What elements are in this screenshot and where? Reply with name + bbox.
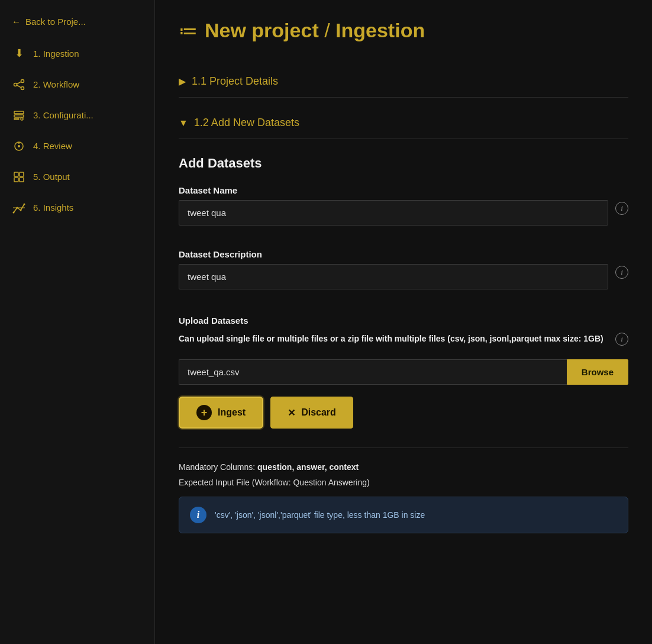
sidebar-item-label: 2. Workflow bbox=[33, 79, 79, 91]
action-buttons: + Ingest ✕ Discard bbox=[179, 397, 628, 429]
sidebar-item-label: 6. Insights bbox=[33, 202, 73, 214]
sidebar-item-workflow[interactable]: 2. Workflow bbox=[0, 69, 154, 100]
dataset-name-info-icon[interactable]: i bbox=[615, 202, 628, 215]
sidebar-item-ingestion[interactable]: ⬇ 1. Ingestion bbox=[0, 38, 154, 69]
sidebar-item-output[interactable]: 5. Output bbox=[0, 162, 154, 192]
discard-x-icon: ✕ bbox=[288, 407, 295, 418]
section-name: Ingestion bbox=[335, 19, 425, 41]
svg-rect-6 bbox=[14, 115, 24, 117]
sidebar-item-configuration[interactable]: 3. Configurati... bbox=[0, 100, 154, 131]
sidebar-item-insights[interactable]: 6. Insights bbox=[0, 192, 154, 223]
expected-input: Expected Input File (Workflow: Question … bbox=[179, 478, 628, 487]
ingestion-icon: ⬇ bbox=[12, 47, 26, 61]
sidebar-item-review[interactable]: 4. Review bbox=[0, 131, 154, 162]
sidebar-item-label: 3. Configurati... bbox=[33, 110, 93, 121]
sidebar: ← Back to Proje... ⬇ 1. Ingestion 2. Wor… bbox=[0, 0, 155, 644]
svg-point-8 bbox=[21, 118, 23, 120]
back-arrow-icon: ← bbox=[12, 17, 21, 27]
upload-description-text: Can upload single file or multiple files… bbox=[179, 333, 603, 345]
svg-rect-14 bbox=[14, 178, 18, 182]
add-datasets-form: Add Datasets Dataset Name i Dataset Desc… bbox=[179, 144, 628, 545]
discard-button[interactable]: ✕ Discard bbox=[270, 397, 353, 429]
sidebar-item-label: 1. Ingestion bbox=[33, 48, 79, 60]
back-label: Back to Proje... bbox=[25, 17, 86, 27]
svg-point-23 bbox=[24, 204, 25, 205]
dataset-description-input[interactable] bbox=[179, 264, 608, 289]
svg-point-10 bbox=[18, 145, 20, 147]
section-add-datasets-title: 1.2 Add New Datasets bbox=[194, 117, 299, 129]
insights-icon bbox=[12, 201, 26, 215]
header-icon: ≔ bbox=[179, 20, 198, 42]
file-path-input[interactable] bbox=[179, 359, 567, 385]
upload-description: Can upload single file or multiple files… bbox=[179, 333, 608, 345]
project-name: New project bbox=[205, 19, 319, 41]
ingest-plus-icon: + bbox=[196, 405, 212, 420]
svg-point-20 bbox=[13, 212, 15, 214]
output-icon bbox=[12, 170, 26, 184]
browse-button[interactable]: Browse bbox=[567, 359, 628, 385]
workflow-icon bbox=[12, 78, 26, 92]
ingest-label: Ingest bbox=[218, 407, 246, 418]
chevron-down-icon: ▼ bbox=[179, 118, 188, 128]
svg-point-21 bbox=[17, 207, 18, 209]
info-box: i 'csv', 'json', 'jsonl','parquet' file … bbox=[179, 497, 628, 533]
svg-point-22 bbox=[20, 210, 22, 211]
upload-input-row: Browse bbox=[179, 359, 628, 385]
svg-rect-12 bbox=[14, 172, 18, 176]
svg-rect-13 bbox=[20, 172, 24, 176]
section-project-details[interactable]: ▶ 1.1 Project Details bbox=[179, 66, 628, 98]
page-title: New project / Ingestion bbox=[205, 19, 425, 42]
mandatory-columns: Mandatory Columns: question, answer, con… bbox=[179, 462, 628, 472]
svg-point-1 bbox=[21, 80, 24, 83]
svg-line-18 bbox=[21, 204, 24, 210]
sidebar-item-label: 4. Review bbox=[33, 140, 72, 152]
svg-point-2 bbox=[21, 87, 24, 90]
mandatory-columns-values: question, answer, context bbox=[257, 462, 359, 472]
svg-rect-5 bbox=[14, 111, 24, 114]
svg-point-0 bbox=[14, 83, 17, 86]
dataset-name-input[interactable] bbox=[179, 200, 608, 226]
config-icon bbox=[12, 108, 26, 123]
svg-line-16 bbox=[14, 208, 17, 212]
dataset-description-label: Dataset Description bbox=[179, 249, 262, 259]
info-box-text: 'csv', 'json', 'jsonl','parquet' file ty… bbox=[215, 510, 425, 520]
svg-line-3 bbox=[17, 82, 21, 84]
form-title: Add Datasets bbox=[179, 156, 628, 171]
separator: / bbox=[319, 19, 335, 41]
section-project-details-title: 1.1 Project Details bbox=[192, 75, 278, 88]
sidebar-item-label: 5. Output bbox=[33, 171, 70, 183]
upload-info-icon[interactable]: i bbox=[615, 333, 628, 346]
dataset-description-info-icon[interactable]: i bbox=[615, 266, 628, 279]
section-divider bbox=[179, 447, 628, 448]
main-content: ≔ New project / Ingestion ▶ 1.1 Project … bbox=[155, 0, 652, 644]
info-box-icon: i bbox=[190, 507, 206, 523]
review-icon bbox=[12, 139, 26, 153]
section-add-datasets[interactable]: ▼ 1.2 Add New Datasets bbox=[179, 107, 628, 139]
ingest-button[interactable]: + Ingest bbox=[179, 397, 263, 429]
dataset-name-label: Dataset Name bbox=[179, 185, 237, 195]
svg-line-4 bbox=[17, 85, 21, 88]
svg-rect-15 bbox=[20, 178, 24, 182]
chevron-right-icon: ▶ bbox=[179, 76, 186, 87]
mandatory-prefix: Mandatory Columns: bbox=[179, 462, 257, 472]
svg-rect-7 bbox=[14, 118, 19, 120]
discard-label: Discard bbox=[301, 407, 336, 418]
back-button[interactable]: ← Back to Proje... bbox=[0, 9, 154, 34]
page-header: ≔ New project / Ingestion bbox=[179, 19, 628, 42]
upload-datasets-label: Upload Datasets bbox=[179, 315, 628, 326]
